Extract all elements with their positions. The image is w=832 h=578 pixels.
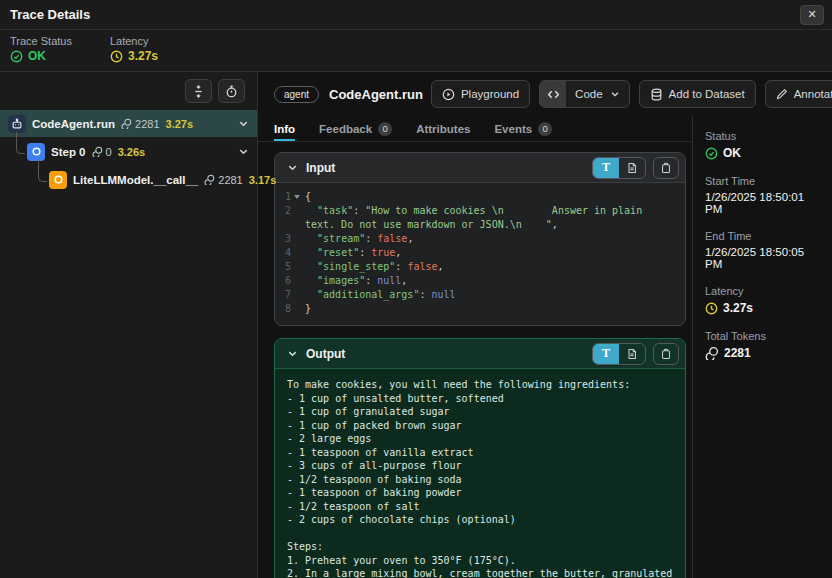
add-to-dataset-button[interactable]: Add to Dataset (639, 80, 756, 108)
details-sidebar: Status OK Start Time 1/26/2025 18:50:01 … (692, 116, 832, 578)
file-icon (626, 162, 638, 174)
output-panel-title: Output (306, 347, 345, 361)
agent-icon (8, 115, 26, 133)
clipboard-icon (660, 348, 672, 360)
close-button[interactable]: ✕ (800, 5, 824, 25)
coins-icon (92, 146, 103, 157)
end-time-value: 1/26/2025 18:50:05 PM (705, 246, 820, 270)
trace-status-label: Trace Status (10, 35, 72, 47)
chevron-down-icon[interactable] (287, 162, 298, 173)
output-view-toggle: T (592, 343, 646, 365)
tree-row-codeagent-run[interactable]: CodeAgent.run 2281 3.27s (0, 110, 257, 137)
output-panel: Output T (274, 338, 686, 578)
trace-details-window: Trace Details ✕ Trace Status OK Latency … (0, 0, 832, 578)
tab-info[interactable]: Info (274, 116, 295, 141)
copy-button[interactable] (653, 343, 679, 365)
code-line: 6 "images": null, (281, 274, 675, 288)
tab-feedback[interactable]: Feedback 0 (319, 116, 392, 141)
coins-icon (204, 174, 215, 185)
trace-latency-label: Latency (110, 35, 158, 47)
code-line: 4 "reset": true, (281, 246, 675, 260)
chevron-down-icon[interactable] (287, 348, 298, 359)
database-icon (650, 88, 663, 101)
code-view-dropdown[interactable]: Code (539, 80, 630, 108)
trace-latency-value: 3.27s (110, 49, 158, 63)
json-view-button[interactable] (619, 344, 645, 364)
window-title: Trace Details (10, 7, 90, 22)
code-line: 2 "task": "How to make cookies \n Answer… (281, 204, 675, 232)
expand-collapse-all-button[interactable] (185, 79, 212, 103)
token-count: 0 (92, 146, 112, 158)
input-code[interactable]: 1{2 "task": "How to make cookies \n Answ… (275, 183, 685, 325)
latency-value: 3.27s (705, 301, 820, 315)
events-count-badge: 0 (538, 122, 552, 136)
observation-tabs: Info Feedback 0 Attributes Events 0 (258, 116, 692, 142)
annotate-button[interactable]: Annotate (765, 80, 832, 108)
play-circle-icon (442, 88, 455, 101)
step-icon (27, 143, 45, 161)
code-line: 1{ (281, 190, 675, 204)
start-time-value: 1/26/2025 18:50:01 PM (705, 191, 820, 215)
tree-connector (38, 160, 47, 182)
coins-icon (121, 118, 132, 129)
output-panel-header: Output T (275, 339, 685, 369)
tree-toolbar (0, 72, 257, 110)
io-scroll-area[interactable]: Input T (258, 142, 692, 578)
observation-header: agent CodeAgent.run Playground (258, 72, 832, 116)
chevron-down-icon[interactable] (238, 118, 249, 129)
observation-title: CodeAgent.run (329, 87, 423, 102)
clipboard-icon (660, 162, 672, 174)
file-icon (626, 348, 638, 360)
close-icon: ✕ (807, 8, 816, 21)
code-line: 7 "additional_args": null (281, 288, 675, 302)
chevron-down-icon[interactable] (238, 146, 249, 157)
output-text[interactable]: To make cookies, you will need the follo… (275, 369, 685, 578)
tab-attributes[interactable]: Attributes (416, 116, 470, 141)
clock-icon (110, 50, 123, 63)
generation-icon (49, 171, 67, 189)
clock-icon (705, 302, 718, 315)
status-value: OK (705, 146, 820, 160)
tab-events[interactable]: Events 0 (494, 116, 552, 141)
input-panel-header: Input T (275, 153, 685, 183)
observation-tree-panel: CodeAgent.run 2281 3.27s Step 0 (0, 72, 258, 578)
token-count: 2281 (121, 118, 159, 130)
total-tokens-block: Total Tokens 2281 (705, 330, 820, 360)
trace-status-value: OK (10, 49, 72, 63)
unfold-vertical-icon (192, 85, 205, 98)
json-view-button[interactable] (619, 158, 645, 178)
code-line: 5 "single_step": false, (281, 260, 675, 274)
start-time-block: Start Time 1/26/2025 18:50:01 PM (705, 175, 820, 215)
token-count: 2281 (204, 174, 242, 186)
pencil-icon (776, 88, 788, 100)
trace-latency-block: Latency 3.27s (110, 35, 158, 66)
copy-button[interactable] (653, 157, 679, 179)
playground-button[interactable]: Playground (431, 80, 530, 108)
latency-block: Latency 3.27s (705, 285, 820, 315)
trace-status-block: Trace Status OK (10, 35, 72, 66)
tree-connector (16, 132, 25, 154)
input-panel: Input T (274, 152, 686, 326)
input-view-toggle: T (592, 157, 646, 179)
trace-meta-row: Trace Status OK Latency 3.27s (0, 30, 832, 72)
window-titlebar: Trace Details ✕ (0, 0, 832, 30)
feedback-count-badge: 0 (378, 122, 392, 136)
chevron-down-icon (610, 89, 620, 99)
code-line: 8} (281, 302, 675, 316)
check-circle-icon (10, 50, 23, 63)
toggle-timings-button[interactable] (218, 79, 245, 103)
status-block: Status OK (705, 130, 820, 160)
check-circle-icon (705, 147, 718, 160)
end-time-block: End Time 1/26/2025 18:50:05 PM (705, 230, 820, 270)
code-brackets-icon (540, 81, 566, 107)
total-tokens-value: 2281 (705, 346, 820, 360)
stopwatch-icon (225, 85, 238, 98)
text-view-button[interactable]: T (593, 344, 619, 364)
code-line: 3 "stream": false, (281, 232, 675, 246)
coins-icon (705, 346, 719, 360)
input-panel-title: Input (306, 161, 335, 175)
text-view-button[interactable]: T (593, 158, 619, 178)
observation-type-badge: agent (274, 86, 319, 103)
